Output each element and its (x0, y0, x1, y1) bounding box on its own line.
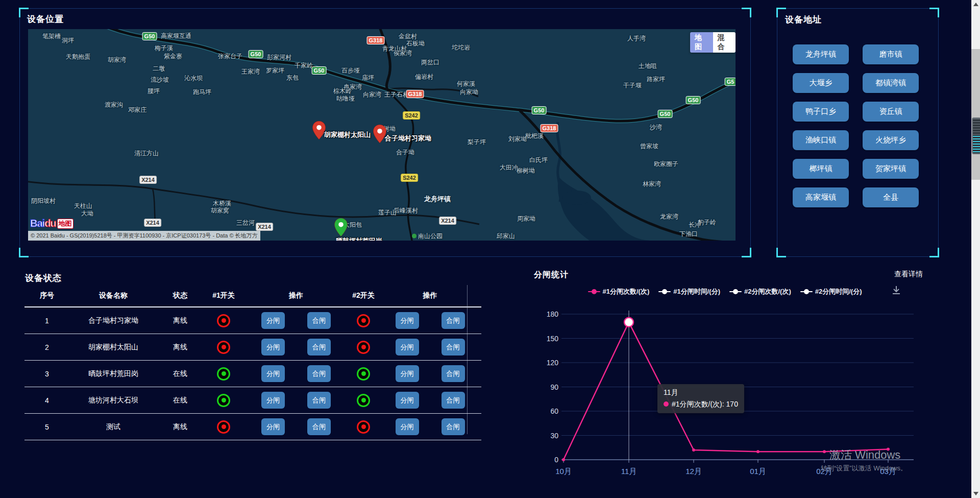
map-place-label: 坨坨岩 (452, 43, 470, 52)
address-button-龙舟坪镇[interactable]: 龙舟坪镇 (793, 44, 849, 64)
close-switch-button[interactable]: 合闸 (307, 418, 331, 435)
address-button-全县[interactable]: 全县 (863, 187, 919, 207)
open-switch-button[interactable]: 分闸 (261, 312, 285, 329)
legend-label: #1分闸次数/(次) (603, 287, 650, 296)
close-switch-button[interactable]: 合闸 (307, 392, 331, 409)
map-place-label: 向家坳 (460, 88, 478, 97)
device-name: 塘坊河村大石坝 (69, 396, 157, 405)
address-button-贺家坪镇[interactable]: 贺家坪镇 (863, 159, 919, 179)
table-row: 2胡家棚村太阳山离线分闸合闸分闸合闸 (24, 334, 481, 361)
svg-text:180: 180 (547, 310, 559, 318)
view-details-link[interactable]: 查看详情 (894, 270, 923, 279)
map-place-label: 罗家坪 (266, 66, 284, 75)
road-badge-X214: X214 (139, 176, 157, 184)
map-place-label: 路家坪 (647, 75, 665, 84)
map-place-label: 林家湾 (643, 180, 661, 188)
legend-dot-icon (662, 289, 667, 294)
close-switch-button[interactable]: 合闸 (442, 418, 465, 435)
open-switch-button[interactable]: 分闸 (396, 365, 419, 382)
map-place-label: 枇杷溪 (525, 132, 544, 140)
road-badge-X214: X214 (256, 223, 273, 231)
corner-bracket (742, 248, 751, 257)
scrollbar-thumb[interactable] (971, 49, 980, 180)
open-switch-button[interactable]: 分闸 (396, 312, 419, 329)
scroll-indicator-widget[interactable] (972, 117, 980, 154)
tooltip-month: 11月 (664, 388, 738, 397)
baidu-map[interactable]: 笔架槽洞坪天鹅抱蛋胡家湾高家堰互通梅子溪紫金寨二墩流沙坡沁水坝跑马坪腰坪渡家沟邓… (28, 29, 736, 241)
map-type-option-地图[interactable]: 地图 (690, 32, 713, 53)
table-scrollbar[interactable] (467, 285, 468, 434)
device-status-title: 设备状态 (25, 272, 62, 284)
scrollbar-down-arrow-icon[interactable] (973, 492, 978, 495)
trip-stats-title: 分闸统计 (534, 270, 569, 280)
address-button-鸭子口乡[interactable]: 鸭子口乡 (793, 102, 849, 122)
row-actions: 分闸合闸 (379, 392, 481, 409)
svg-text:01月: 01月 (750, 467, 766, 476)
open-switch-button[interactable]: 分闸 (396, 339, 419, 355)
map-place-label: 沁水坝 (184, 74, 203, 83)
switch-indicator-cell (203, 420, 244, 434)
row-actions: 分闸合闸 (379, 339, 481, 355)
address-button-高家堰镇[interactable]: 高家堰镇 (793, 187, 849, 207)
legend-item[interactable]: #2分闸次数/(次) (729, 287, 791, 296)
map-place-label: 腰坪 (148, 87, 160, 96)
svg-text:30: 30 (550, 432, 558, 440)
close-switch-button[interactable]: 合闸 (307, 339, 331, 355)
road-badge-X214: X214 (144, 219, 161, 227)
map-place-label: 千家岭 (295, 61, 313, 70)
map-place-label: 干子堰 (623, 81, 642, 90)
table-row: 4塘坊河村大石坝在线分闸合闸分闸合闸 (24, 387, 481, 414)
switch-off-indicator (217, 420, 230, 434)
address-button-磨市镇[interactable]: 磨市镇 (863, 44, 919, 64)
address-button-都镇湾镇[interactable]: 都镇湾镇 (863, 73, 919, 93)
close-switch-button[interactable]: 合闸 (442, 312, 465, 329)
map-marker-晒鼓坪村荒田岗[interactable] (334, 218, 348, 236)
open-switch-button[interactable]: 分闸 (261, 418, 285, 435)
switch-indicator-cell (203, 394, 244, 407)
chart-legend: #1分闸次数/(次)#1分闸时间/(分)#2分闸次数/(次)#2分闸时间/(分) (551, 287, 898, 296)
legend-dot-icon (733, 289, 738, 294)
address-button-火烧坪乡[interactable]: 火烧坪乡 (863, 130, 919, 150)
map-type-control[interactable]: 地图混合 (690, 32, 736, 53)
close-switch-button[interactable]: 合闸 (307, 312, 331, 329)
address-button-资丘镇[interactable]: 资丘镇 (863, 102, 919, 122)
map-place-label: 白氏坪 (529, 156, 548, 164)
address-button-榔坪镇[interactable]: 榔坪镇 (793, 159, 849, 179)
map-place-label: 曾家坡 (640, 142, 658, 151)
close-switch-button[interactable]: 合闸 (442, 339, 465, 355)
legend-marker-icon (658, 291, 671, 292)
row-actions: 分闸合闸 (379, 312, 481, 329)
map-place-label: 何家溪 (457, 80, 475, 88)
legend-item[interactable]: #1分闸时间/(分) (658, 287, 720, 296)
map-type-option-混合[interactable]: 混合 (713, 32, 736, 53)
legend-item[interactable]: #1分闸次数/(次) (588, 287, 650, 296)
open-switch-button[interactable]: 分闸 (261, 392, 285, 409)
open-switch-button[interactable]: 分闸 (396, 418, 419, 435)
table-row: 5测试离线分闸合闸分闸合闸 (24, 414, 481, 440)
row-index: 1 (24, 317, 69, 325)
open-switch-button[interactable]: 分闸 (261, 365, 285, 382)
open-switch-button[interactable]: 分闸 (396, 392, 419, 409)
switch-off-indicator (357, 341, 370, 354)
legend-item[interactable]: #2分闸时间/(分) (800, 287, 862, 296)
svg-text:12月: 12月 (685, 467, 702, 476)
address-button-渔峡口镇[interactable]: 渔峡口镇 (793, 130, 849, 150)
page-scrollbar[interactable] (971, 0, 980, 498)
table-header-cell: #1开关 (203, 291, 244, 300)
table-header-cell: 设备名称 (69, 291, 157, 300)
switch-indicator-cell (203, 367, 244, 381)
switch-on-indicator (217, 394, 230, 407)
svg-text:10月: 10月 (555, 467, 572, 476)
row-actions: 分闸合闸 (244, 365, 348, 382)
open-switch-button[interactable]: 分闸 (261, 339, 285, 355)
map-place-label: 周家坳 (517, 215, 535, 223)
scrollbar-up-arrow-icon[interactable] (973, 3, 978, 6)
close-switch-button[interactable]: 合闸 (442, 365, 465, 382)
close-switch-button[interactable]: 合闸 (307, 365, 331, 382)
map-place-label: 彭家河村 (267, 53, 291, 62)
row-actions: 分闸合闸 (244, 312, 348, 329)
close-switch-button[interactable]: 合闸 (442, 392, 465, 409)
address-button-大堰乡[interactable]: 大堰乡 (793, 73, 849, 93)
switch-on-indicator (217, 367, 230, 381)
map-place-label: 下渔口 (679, 230, 698, 239)
